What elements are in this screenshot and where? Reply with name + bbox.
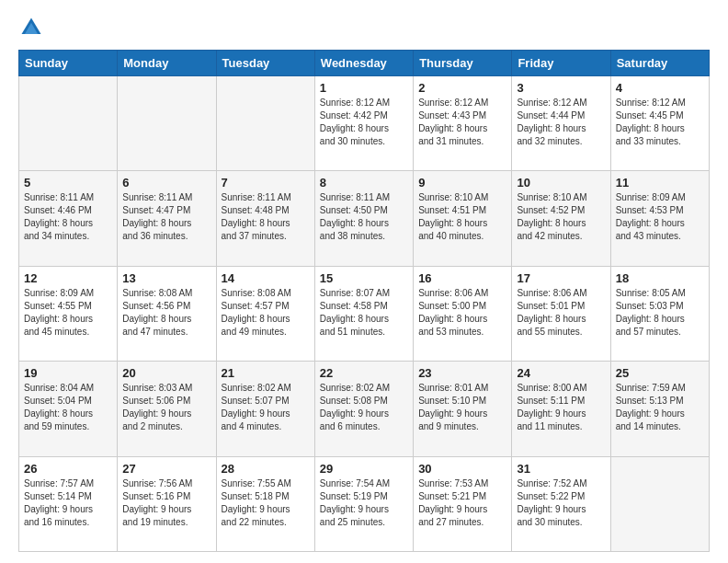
day-number: 15 <box>320 271 408 285</box>
week-row-3: 12Sunrise: 8:09 AM Sunset: 4:55 PM Dayli… <box>19 266 710 361</box>
day-info: Sunrise: 8:12 AM Sunset: 4:45 PM Dayligh… <box>616 97 704 148</box>
day-cell: 15Sunrise: 8:07 AM Sunset: 4:58 PM Dayli… <box>314 266 413 361</box>
day-info: Sunrise: 8:06 AM Sunset: 5:00 PM Dayligh… <box>418 287 506 339</box>
day-cell: 11Sunrise: 8:09 AM Sunset: 4:53 PM Dayli… <box>610 171 709 266</box>
day-number: 30 <box>418 462 506 476</box>
day-cell: 4Sunrise: 8:12 AM Sunset: 4:45 PM Daylig… <box>610 76 709 171</box>
day-number: 27 <box>122 462 210 476</box>
day-info: Sunrise: 8:12 AM Sunset: 4:43 PM Dayligh… <box>418 97 506 148</box>
day-number: 3 <box>517 81 605 95</box>
day-info: Sunrise: 8:00 AM Sunset: 5:11 PM Dayligh… <box>517 382 605 433</box>
day-cell: 1Sunrise: 8:12 AM Sunset: 4:42 PM Daylig… <box>314 76 413 171</box>
col-header-saturday: Saturday <box>610 51 709 76</box>
day-cell: 7Sunrise: 8:11 AM Sunset: 4:48 PM Daylig… <box>216 171 314 266</box>
day-cell: 18Sunrise: 8:05 AM Sunset: 5:03 PM Dayli… <box>610 266 709 361</box>
day-cell: 6Sunrise: 8:11 AM Sunset: 4:47 PM Daylig… <box>118 171 216 266</box>
day-cell: 16Sunrise: 8:06 AM Sunset: 5:00 PM Dayli… <box>414 266 512 361</box>
week-row-4: 19Sunrise: 8:04 AM Sunset: 5:04 PM Dayli… <box>19 362 710 456</box>
day-cell: 14Sunrise: 8:08 AM Sunset: 4:57 PM Dayli… <box>216 266 314 361</box>
day-info: Sunrise: 7:54 AM Sunset: 5:19 PM Dayligh… <box>320 477 408 529</box>
day-number: 19 <box>24 366 112 380</box>
day-number: 12 <box>24 271 112 285</box>
day-cell <box>216 76 314 171</box>
day-cell: 22Sunrise: 8:02 AM Sunset: 5:08 PM Dayli… <box>314 362 413 456</box>
day-info: Sunrise: 7:53 AM Sunset: 5:21 PM Dayligh… <box>418 477 506 529</box>
day-cell <box>118 76 216 171</box>
col-header-tuesday: Tuesday <box>216 51 314 76</box>
day-info: Sunrise: 8:02 AM Sunset: 5:08 PM Dayligh… <box>320 382 408 433</box>
day-number: 25 <box>616 366 704 380</box>
col-header-friday: Friday <box>512 51 610 76</box>
day-number: 29 <box>320 462 408 476</box>
day-cell: 8Sunrise: 8:11 AM Sunset: 4:50 PM Daylig… <box>314 171 413 266</box>
day-cell <box>610 456 709 551</box>
day-cell: 30Sunrise: 7:53 AM Sunset: 5:21 PM Dayli… <box>414 456 512 551</box>
day-cell: 5Sunrise: 8:11 AM Sunset: 4:46 PM Daylig… <box>19 171 118 266</box>
day-info: Sunrise: 8:11 AM Sunset: 4:48 PM Dayligh… <box>222 191 310 243</box>
day-number: 22 <box>320 366 408 380</box>
day-number: 26 <box>24 462 112 476</box>
day-number: 13 <box>122 271 210 285</box>
day-number: 14 <box>222 271 310 285</box>
day-cell: 25Sunrise: 7:59 AM Sunset: 5:13 PM Dayli… <box>610 362 709 456</box>
day-info: Sunrise: 7:57 AM Sunset: 5:14 PM Dayligh… <box>24 477 112 529</box>
day-number: 10 <box>517 176 605 190</box>
day-cell: 13Sunrise: 8:08 AM Sunset: 4:56 PM Dayli… <box>118 266 216 361</box>
day-number: 23 <box>418 366 506 380</box>
day-number: 16 <box>418 271 506 285</box>
day-number: 9 <box>418 176 506 190</box>
day-info: Sunrise: 8:05 AM Sunset: 5:03 PM Dayligh… <box>616 287 704 339</box>
day-cell: 29Sunrise: 7:54 AM Sunset: 5:19 PM Dayli… <box>314 456 413 551</box>
day-cell: 28Sunrise: 7:55 AM Sunset: 5:18 PM Dayli… <box>216 456 314 551</box>
col-header-wednesday: Wednesday <box>314 51 413 76</box>
day-info: Sunrise: 7:59 AM Sunset: 5:13 PM Dayligh… <box>616 382 704 433</box>
day-cell: 20Sunrise: 8:03 AM Sunset: 5:06 PM Dayli… <box>118 362 216 456</box>
day-number: 11 <box>616 176 704 190</box>
day-info: Sunrise: 8:03 AM Sunset: 5:06 PM Dayligh… <box>122 382 210 433</box>
day-cell: 3Sunrise: 8:12 AM Sunset: 4:44 PM Daylig… <box>512 76 610 171</box>
day-info: Sunrise: 8:04 AM Sunset: 5:04 PM Dayligh… <box>24 382 112 433</box>
day-cell: 24Sunrise: 8:00 AM Sunset: 5:11 PM Dayli… <box>512 362 610 456</box>
day-number: 18 <box>616 271 704 285</box>
header <box>18 15 710 40</box>
day-number: 20 <box>122 366 210 380</box>
day-info: Sunrise: 8:10 AM Sunset: 4:51 PM Dayligh… <box>418 191 506 243</box>
day-number: 8 <box>320 176 408 190</box>
calendar-table: SundayMondayTuesdayWednesdayThursdayFrid… <box>18 50 710 552</box>
day-number: 5 <box>24 176 112 190</box>
day-info: Sunrise: 8:11 AM Sunset: 4:50 PM Dayligh… <box>320 191 408 243</box>
day-info: Sunrise: 7:55 AM Sunset: 5:18 PM Dayligh… <box>222 477 310 529</box>
day-cell: 27Sunrise: 7:56 AM Sunset: 5:16 PM Dayli… <box>118 456 216 551</box>
page: SundayMondayTuesdayWednesdayThursdayFrid… <box>0 0 728 563</box>
day-number: 1 <box>320 81 408 95</box>
day-number: 4 <box>616 81 704 95</box>
day-info: Sunrise: 8:12 AM Sunset: 4:42 PM Dayligh… <box>320 97 408 148</box>
day-info: Sunrise: 8:11 AM Sunset: 4:47 PM Dayligh… <box>122 191 210 243</box>
day-info: Sunrise: 8:01 AM Sunset: 5:10 PM Dayligh… <box>418 382 506 433</box>
day-cell: 17Sunrise: 8:06 AM Sunset: 5:01 PM Dayli… <box>512 266 610 361</box>
week-row-5: 26Sunrise: 7:57 AM Sunset: 5:14 PM Dayli… <box>19 456 710 551</box>
day-cell: 10Sunrise: 8:10 AM Sunset: 4:52 PM Dayli… <box>512 171 610 266</box>
day-cell <box>19 76 118 171</box>
day-cell: 2Sunrise: 8:12 AM Sunset: 4:43 PM Daylig… <box>414 76 512 171</box>
day-info: Sunrise: 8:02 AM Sunset: 5:07 PM Dayligh… <box>222 382 310 433</box>
day-info: Sunrise: 8:10 AM Sunset: 4:52 PM Dayligh… <box>517 191 605 243</box>
day-cell: 31Sunrise: 7:52 AM Sunset: 5:22 PM Dayli… <box>512 456 610 551</box>
col-header-thursday: Thursday <box>414 51 512 76</box>
day-number: 31 <box>517 462 605 476</box>
col-header-monday: Monday <box>118 51 216 76</box>
week-row-1: 1Sunrise: 8:12 AM Sunset: 4:42 PM Daylig… <box>19 76 710 171</box>
day-cell: 19Sunrise: 8:04 AM Sunset: 5:04 PM Dayli… <box>19 362 118 456</box>
day-info: Sunrise: 8:08 AM Sunset: 4:56 PM Dayligh… <box>122 287 210 339</box>
logo <box>18 15 48 40</box>
day-number: 2 <box>418 81 506 95</box>
day-info: Sunrise: 8:09 AM Sunset: 4:53 PM Dayligh… <box>616 191 704 243</box>
day-info: Sunrise: 8:12 AM Sunset: 4:44 PM Dayligh… <box>517 97 605 148</box>
calendar-header-row: SundayMondayTuesdayWednesdayThursdayFrid… <box>19 51 710 76</box>
day-info: Sunrise: 8:08 AM Sunset: 4:57 PM Dayligh… <box>222 287 310 339</box>
day-number: 28 <box>222 462 310 476</box>
day-info: Sunrise: 7:52 AM Sunset: 5:22 PM Dayligh… <box>517 477 605 529</box>
day-number: 24 <box>517 366 605 380</box>
day-info: Sunrise: 7:56 AM Sunset: 5:16 PM Dayligh… <box>122 477 210 529</box>
day-info: Sunrise: 8:09 AM Sunset: 4:55 PM Dayligh… <box>24 287 112 339</box>
